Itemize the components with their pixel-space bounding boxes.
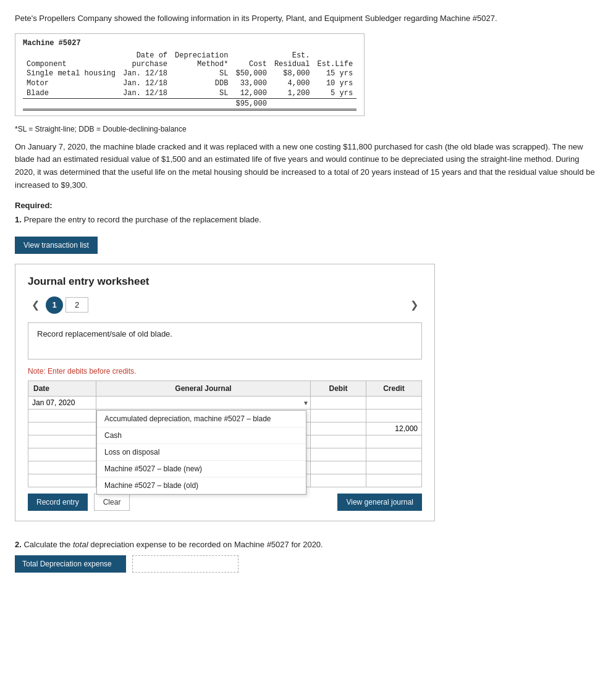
debit-input[interactable]: [314, 411, 362, 420]
date-input[interactable]: [32, 398, 92, 407]
life-cell: 15 yrs: [314, 69, 357, 78]
view-general-journal-button[interactable]: View general journal: [337, 494, 422, 511]
debit-input[interactable]: [314, 398, 362, 407]
debit-input[interactable]: [314, 450, 362, 459]
col-life: Est.Life: [314, 51, 357, 69]
required-label: Required:: [15, 201, 601, 210]
dropdown-item[interactable]: Loss on disposal: [97, 444, 306, 461]
description-box: Record replacement/sale of old blade.: [28, 322, 422, 359]
credit-input[interactable]: [370, 424, 418, 433]
debit-input[interactable]: [314, 476, 362, 485]
residual-cell: $8,000: [271, 69, 314, 78]
total-cost-cell: $95,000: [232, 98, 270, 109]
date-cell[interactable]: [28, 409, 96, 422]
col-component: Component: [23, 51, 119, 69]
date-cell[interactable]: [28, 474, 96, 487]
date-cell[interactable]: [28, 448, 96, 461]
credit-cell[interactable]: [366, 461, 422, 474]
credit-input[interactable]: [370, 411, 418, 420]
section2-suffix: depreciation expense to be recorded on M…: [90, 540, 323, 549]
date-input[interactable]: [32, 450, 92, 459]
credit-input[interactable]: [370, 398, 418, 407]
intro-text: Pete's Propellers Company showed the fol…: [15, 12, 601, 25]
nav-tab-1-active[interactable]: 1: [46, 296, 63, 314]
table-row: Single metal housing Jan. 12/18 SL $50,0…: [23, 69, 357, 78]
clear-button[interactable]: Clear: [94, 494, 130, 511]
debit-cell[interactable]: [311, 422, 366, 435]
credit-input[interactable]: [370, 450, 418, 459]
nav-left-arrow[interactable]: ❮: [28, 298, 43, 312]
date-cell: Jan. 12/18: [119, 69, 171, 78]
dropdown-item[interactable]: Accumulated depreciation, machine #5027 …: [97, 411, 306, 427]
dropdown-overlay[interactable]: Accumulated depreciation, machine #5027 …: [96, 410, 306, 495]
debit-cell[interactable]: [311, 396, 366, 409]
dropdown-item[interactable]: Machine #5027 – blade (old): [97, 477, 306, 494]
table-row: Blade Jan. 12/18 SL 12,000 1,200 5 yrs: [23, 88, 357, 99]
debit-cell[interactable]: [311, 448, 366, 461]
debit-cell[interactable]: [311, 435, 366, 448]
credit-cell[interactable]: [366, 409, 422, 422]
debit-cell[interactable]: [311, 409, 366, 422]
debit-input[interactable]: [314, 437, 362, 446]
nav-tab-2[interactable]: 2: [65, 297, 88, 313]
journal-worksheet-title: Journal entry worksheet: [28, 275, 422, 288]
cost-cell: 12,000: [232, 88, 270, 99]
debit-input[interactable]: [314, 424, 362, 433]
dropdown-item[interactable]: Machine #5027 – blade (new): [97, 461, 306, 477]
debit-cell[interactable]: [311, 461, 366, 474]
credit-cell[interactable]: [366, 435, 422, 448]
total-depreciation-label: Total Depreciation expense: [15, 555, 126, 573]
col-residual: Est.Residual: [271, 51, 314, 69]
debit-cell[interactable]: [311, 474, 366, 487]
nav-row: ❮ 1 2 ❯: [28, 296, 422, 314]
record-entry-button[interactable]: Record entry: [28, 494, 88, 511]
debit-input[interactable]: [314, 463, 362, 472]
dropdown-item[interactable]: Cash: [97, 427, 306, 444]
credit-cell[interactable]: [366, 422, 422, 435]
date-input[interactable]: [32, 411, 92, 420]
credit-input[interactable]: [370, 463, 418, 472]
total-row: $95,000: [23, 98, 357, 109]
date-cell: Jan. 12/18: [119, 78, 171, 88]
total-dep-row: Total Depreciation expense: [15, 555, 601, 573]
table-row: ▼ Accumulated depreciation, machine #502…: [28, 396, 422, 409]
general-journal-cell[interactable]: ▼ Accumulated depreciation, machine #502…: [96, 396, 311, 409]
credit-cell[interactable]: [366, 448, 422, 461]
method-cell: SL: [171, 69, 232, 78]
date-input[interactable]: [32, 437, 92, 446]
method-cell: SL: [171, 88, 232, 99]
section2-number: 2.: [15, 540, 22, 549]
method-cell: DDB: [171, 78, 232, 88]
date-cell[interactable]: [28, 435, 96, 448]
total-depreciation-input[interactable]: [132, 555, 238, 573]
col-credit-header: Credit: [366, 380, 422, 396]
machine-table: Component Date ofpurchase DepreciationMe…: [23, 51, 357, 111]
cost-cell: $50,000: [232, 69, 270, 78]
credit-cell[interactable]: [366, 474, 422, 487]
date-cell[interactable]: [28, 422, 96, 435]
section2-text: Calculate the: [23, 540, 73, 549]
nav-right-arrow[interactable]: ❯: [407, 298, 422, 312]
note-text: Note: Enter debits before credits.: [28, 367, 422, 376]
residual-cell: 4,000: [271, 78, 314, 88]
col-cost: Cost: [232, 51, 270, 69]
date-input[interactable]: [32, 424, 92, 433]
machine-table-title: Machine #5027: [23, 39, 357, 48]
date-input[interactable]: [32, 476, 92, 485]
date-cell[interactable]: [28, 461, 96, 474]
view-transaction-button[interactable]: View transaction list: [15, 237, 98, 254]
body-paragraph: On January 7, 2020, the machine blade cr…: [15, 141, 601, 192]
credit-input[interactable]: [370, 476, 418, 485]
item1-number: 1.: [15, 215, 22, 224]
date-input[interactable]: [32, 463, 92, 472]
required-strong: Required:: [15, 201, 53, 210]
col-date: Date ofpurchase: [119, 51, 171, 69]
credit-input[interactable]: [370, 437, 418, 446]
date-input-cell[interactable]: [28, 396, 96, 409]
section2-label: 2. Calculate the total depreciation expe…: [15, 540, 601, 549]
general-journal-input[interactable]: [100, 398, 294, 407]
credit-cell[interactable]: [366, 396, 422, 409]
date-cell: Jan. 12/18: [119, 88, 171, 99]
component-cell: Single metal housing: [23, 69, 119, 78]
item1-text: Prepare the entry to record the purchase…: [23, 215, 261, 224]
